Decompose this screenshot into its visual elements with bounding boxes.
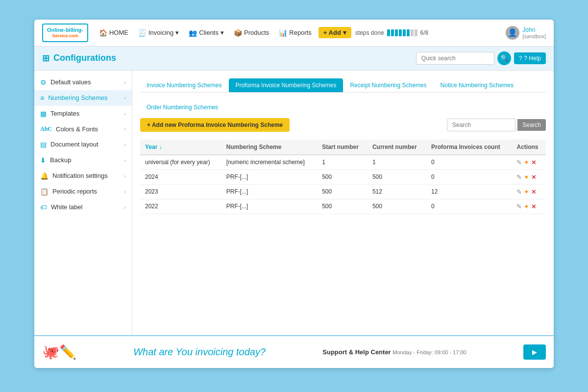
delete-icon[interactable]: ✕ [531,173,537,181]
templates-icon: ▦ [40,110,47,118]
top-nav: Online-billing- Service.com 🏠 HOME 🧾 Inv… [34,20,554,47]
cell-actions: ✎ ✦ ✕ [512,184,546,199]
user-name: John [522,26,546,33]
nav-items: 🏠 HOME 🧾 Invoicing ▾ 👥 Clients ▾ 📦 Produ… [96,27,498,39]
white-label-label: White label [51,203,82,211]
help-button[interactable]: ? ? Help [514,52,546,64]
products-label: Products [244,29,269,36]
cell-scheme: PRF-[...] [221,199,317,214]
steps-done: steps done 6/8 [355,29,428,36]
cell-year: 2024 [140,170,221,184]
sidebar-item-periodic-reports[interactable]: 📋 Periodic reports › [34,184,132,199]
nav-invoicing[interactable]: 🧾 Invoicing ▾ [135,27,182,39]
cell-start: 1 [317,155,368,170]
clients-icon: 👥 [189,29,197,37]
table-search-button[interactable]: Search [517,119,546,131]
tabs-row-1: Invoice Numbering Schemes Proforma Invoi… [140,78,546,93]
nav-reports[interactable]: 📊 Reports [276,27,315,39]
col-scheme: Numbering Scheme [221,140,317,155]
colors-fonts-label: Colors & Fonts [56,125,98,133]
cell-year: 2023 [140,184,221,199]
add-button[interactable]: + Add ▾ [318,27,351,38]
logo[interactable]: Online-billing- Service.com [42,24,88,42]
footer-cta-button[interactable]: ▶ [523,344,546,360]
cell-current: 1 [368,155,426,170]
bar-5 [403,29,406,36]
tab-proforma-numbering[interactable]: Proforma Invoice Numbering Schemes [229,78,343,92]
table-row: 2024 PRF-[...] 500 500 0 ✎ ✦ ✕ [140,170,546,184]
user-info: John [sandbox] [522,26,546,39]
user-sandbox: [sandbox] [522,33,546,39]
cell-count: 0 [426,199,512,214]
page-title-text: Configurations [53,53,116,63]
footer-support: Support & Help Center Monday - Friday: 0… [322,348,466,356]
sidebar-item-document-layout[interactable]: ▤ Document layout › [34,137,132,152]
edit-icon[interactable]: ✎ [516,159,522,166]
cell-current: 512 [368,184,426,199]
nav-products[interactable]: 📦 Products [231,27,272,39]
sidebar-item-colors-fonts[interactable]: AbC Colors & Fonts › [34,122,132,137]
quick-search-button[interactable]: 🔍 [497,51,511,65]
sidebar-item-notification-settings[interactable]: 🔔 Notification settings › [34,168,132,184]
nav-home[interactable]: 🏠 HOME [96,27,131,39]
table-row: 2022 PRF-[...] 500 500 0 ✎ ✦ ✕ [140,199,546,214]
star-icon[interactable]: ✦ [524,188,529,196]
sidebar-item-default-values[interactable]: ⚙ Default values › [34,74,132,90]
tab-order-numbering[interactable]: Order Numbering Schemes [140,100,546,114]
document-layout-arrow: › [124,142,126,147]
periodic-reports-arrow: › [124,189,126,195]
periodic-reports-icon: 📋 [40,188,49,196]
backup-arrow: › [124,157,126,163]
cell-current: 500 [368,170,426,184]
star-icon[interactable]: ✦ [524,203,529,210]
steps-value: 6/8 [420,29,429,36]
bar-7 [411,29,414,36]
cell-count: 0 [426,155,512,170]
edit-icon[interactable]: ✎ [516,188,522,196]
edit-icon[interactable]: ✎ [516,203,522,210]
col-current: Current number [368,140,426,155]
tabs-row-2: Order Numbering Schemes [140,98,546,118]
bar-3 [395,29,398,36]
quick-search-input[interactable] [416,52,494,65]
table-row: 2023 PRF-[...] 500 512 12 ✎ ✦ ✕ [140,184,546,199]
delete-icon[interactable]: ✕ [531,159,537,166]
cell-count: 0 [426,170,512,184]
templates-arrow: › [124,111,126,117]
tab-receipt-numbering[interactable]: Receipt Numbering Schemes [344,78,433,92]
table-search-input[interactable] [447,119,515,131]
tab-notice-numbering[interactable]: Notice Numbering Schemes [434,78,520,92]
numbering-schemes-table: Year ↓ Numbering Scheme Start number Cur… [140,140,546,214]
notification-icon: 🔔 [40,172,49,180]
cell-count: 12 [426,184,512,199]
backup-label: Backup [50,156,71,164]
delete-icon[interactable]: ✕ [531,203,537,210]
notification-label: Notification settings [52,172,108,179]
tab-invoice-numbering[interactable]: Invoice Numbering Schemes [140,78,228,92]
col-year[interactable]: Year ↓ [140,140,221,155]
sidebar-item-numbering-schemes[interactable]: → ≡ Numbering Schemes › [34,90,132,106]
logo-line2: Service.com [47,33,83,39]
cell-actions: ✎ ✦ ✕ [512,155,546,170]
white-label-icon: 🏷 [40,203,47,211]
delete-icon[interactable]: ✕ [531,188,537,196]
sidebar-item-white-label[interactable]: 🏷 White label › [34,199,132,215]
backup-icon: ⬇ [40,156,46,164]
sidebar-item-backup[interactable]: ⬇ Backup › [34,152,132,168]
add-new-scheme-button[interactable]: + Add new Proforma Invoice Numbering Sch… [140,118,290,132]
colors-fonts-arrow: › [124,126,126,132]
edit-icon[interactable]: ✎ [516,173,522,181]
star-icon[interactable]: ✦ [524,159,529,166]
white-label-arrow: › [124,204,126,210]
nav-clients[interactable]: 👥 Clients ▾ [186,27,227,39]
quick-search-area: 🔍 ? ? Help [416,51,546,65]
table-header-row: Year ↓ Numbering Scheme Start number Cur… [140,140,546,155]
star-icon[interactable]: ✦ [524,173,529,181]
default-values-icon: ⚙ [40,78,47,86]
bar-8 [415,29,417,36]
numbering-schemes-arrow: › [124,95,126,101]
sidebar: ⚙ Default values › → ≡ Numbering Schemes… [34,71,132,335]
add-chevron: ▾ [343,29,346,36]
cell-start: 500 [317,184,368,199]
sidebar-item-templates[interactable]: ▦ Templates › [34,106,132,122]
